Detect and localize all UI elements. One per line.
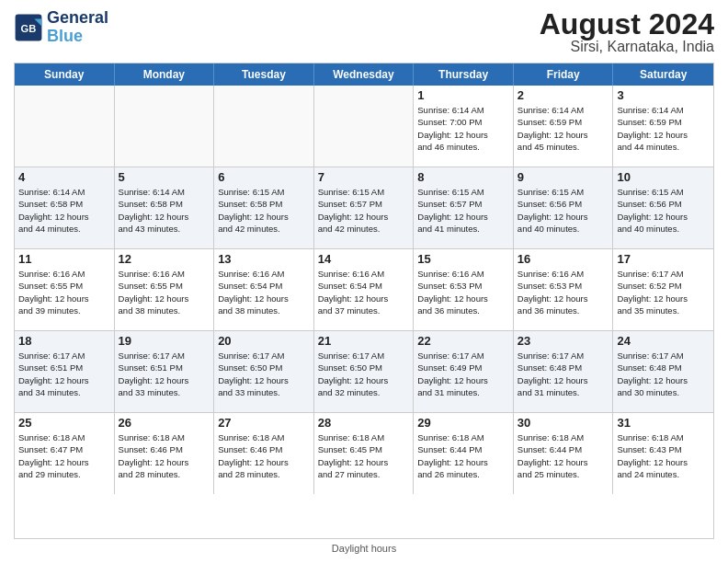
day-number: 9 (518, 170, 609, 184)
cell-info: Sunrise: 6:17 AM Sunset: 6:50 PM Dayligh… (318, 350, 410, 398)
calendar-cell-empty-w0-d0 (15, 86, 115, 167)
calendar-week-4: 18Sunrise: 6:17 AM Sunset: 6:51 PM Dayli… (15, 331, 713, 413)
day-number: 27 (218, 416, 310, 430)
calendar-cell-18: 18Sunrise: 6:17 AM Sunset: 6:51 PM Dayli… (15, 331, 115, 412)
calendar-cell-13: 13Sunrise: 6:16 AM Sunset: 6:54 PM Dayli… (214, 249, 314, 330)
cell-info: Sunrise: 6:18 AM Sunset: 6:44 PM Dayligh… (417, 431, 509, 480)
calendar-cell-8: 8Sunrise: 6:15 AM Sunset: 6:57 PM Daylig… (414, 167, 514, 248)
calendar-cell-25: 25Sunrise: 6:18 AM Sunset: 6:47 PM Dayli… (15, 413, 115, 494)
cell-info: Sunrise: 6:17 AM Sunset: 6:51 PM Dayligh… (18, 350, 110, 398)
cell-info: Sunrise: 6:17 AM Sunset: 6:52 PM Dayligh… (617, 268, 710, 316)
cell-info: Sunrise: 6:15 AM Sunset: 6:57 PM Dayligh… (417, 186, 509, 235)
day-number: 4 (18, 170, 110, 184)
day-number: 14 (318, 252, 410, 266)
cell-info: Sunrise: 6:14 AM Sunset: 6:58 PM Dayligh… (18, 186, 110, 235)
day-number: 16 (518, 252, 609, 266)
day-number: 2 (518, 88, 609, 102)
day-number: 12 (119, 252, 210, 266)
day-number: 25 (18, 416, 110, 430)
calendar-cell-29: 29Sunrise: 6:18 AM Sunset: 6:44 PM Dayli… (414, 413, 514, 494)
calendar: SundayMondayTuesdayWednesdayThursdayFrid… (14, 63, 714, 539)
day-number: 17 (617, 252, 710, 266)
day-number: 8 (417, 170, 509, 184)
calendar-cell-3: 3Sunrise: 6:14 AM Sunset: 6:59 PM Daylig… (613, 86, 713, 167)
calendar-cell-12: 12Sunrise: 6:16 AM Sunset: 6:55 PM Dayli… (115, 249, 215, 330)
calendar-cell-17: 17Sunrise: 6:17 AM Sunset: 6:52 PM Dayli… (613, 249, 713, 330)
day-number: 31 (617, 416, 710, 430)
day-number: 26 (119, 416, 210, 430)
day-number: 24 (617, 334, 710, 348)
calendar-cell-14: 14Sunrise: 6:16 AM Sunset: 6:54 PM Dayli… (314, 249, 415, 330)
calendar-cell-5: 5Sunrise: 6:14 AM Sunset: 6:58 PM Daylig… (115, 167, 215, 248)
cell-info: Sunrise: 6:18 AM Sunset: 6:46 PM Dayligh… (119, 431, 210, 480)
cell-info: Sunrise: 6:14 AM Sunset: 7:00 PM Dayligh… (417, 104, 509, 153)
cell-info: Sunrise: 6:14 AM Sunset: 6:58 PM Dayligh… (119, 186, 210, 235)
day-header-tuesday: Tuesday (214, 63, 314, 86)
calendar-cell-23: 23Sunrise: 6:17 AM Sunset: 6:48 PM Dayli… (514, 331, 614, 412)
calendar-header: SundayMondayTuesdayWednesdayThursdayFrid… (15, 63, 713, 86)
page: GB General Blue August 2024 Sirsi, Karna… (0, 0, 728, 563)
day-number: 19 (119, 334, 210, 348)
day-number: 21 (318, 334, 410, 348)
day-number: 7 (318, 170, 410, 184)
calendar-cell-28: 28Sunrise: 6:18 AM Sunset: 6:45 PM Dayli… (314, 413, 415, 494)
calendar-cell-6: 6Sunrise: 6:15 AM Sunset: 6:58 PM Daylig… (214, 167, 314, 248)
calendar-week-1: 1Sunrise: 6:14 AM Sunset: 7:00 PM Daylig… (15, 86, 713, 167)
calendar-cell-15: 15Sunrise: 6:16 AM Sunset: 6:53 PM Dayli… (414, 249, 514, 330)
cell-info: Sunrise: 6:18 AM Sunset: 6:43 PM Dayligh… (617, 431, 710, 480)
day-number: 18 (18, 334, 110, 348)
calendar-subtitle: Sirsi, Karnataka, India (540, 39, 714, 55)
calendar-cell-empty-w0-d2 (214, 86, 314, 167)
calendar-cell-20: 20Sunrise: 6:17 AM Sunset: 6:50 PM Dayli… (214, 331, 314, 412)
svg-text:GB: GB (21, 23, 37, 34)
day-number: 6 (218, 170, 310, 184)
day-header-friday: Friday (514, 63, 614, 86)
cell-info: Sunrise: 6:17 AM Sunset: 6:51 PM Dayligh… (119, 350, 210, 398)
cell-info: Sunrise: 6:18 AM Sunset: 6:47 PM Dayligh… (18, 431, 110, 480)
day-number: 28 (318, 416, 410, 430)
day-number: 3 (617, 88, 710, 102)
cell-info: Sunrise: 6:16 AM Sunset: 6:55 PM Dayligh… (119, 268, 210, 316)
header: GB General Blue August 2024 Sirsi, Karna… (14, 9, 714, 55)
calendar-cell-1: 1Sunrise: 6:14 AM Sunset: 7:00 PM Daylig… (414, 86, 514, 167)
cell-info: Sunrise: 6:17 AM Sunset: 6:48 PM Dayligh… (617, 350, 710, 398)
cell-info: Sunrise: 6:17 AM Sunset: 6:50 PM Dayligh… (218, 350, 310, 398)
cell-info: Sunrise: 6:16 AM Sunset: 6:53 PM Dayligh… (417, 268, 509, 316)
calendar-cell-4: 4Sunrise: 6:14 AM Sunset: 6:58 PM Daylig… (15, 167, 115, 248)
day-number: 10 (617, 170, 710, 184)
calendar-body: 1Sunrise: 6:14 AM Sunset: 7:00 PM Daylig… (15, 86, 713, 494)
day-number: 30 (518, 416, 609, 430)
logo-line2: Blue (47, 28, 108, 46)
calendar-cell-7: 7Sunrise: 6:15 AM Sunset: 6:57 PM Daylig… (314, 167, 415, 248)
footer-note: Daylight hours (14, 543, 714, 554)
calendar-cell-26: 26Sunrise: 6:18 AM Sunset: 6:46 PM Dayli… (115, 413, 215, 494)
cell-info: Sunrise: 6:17 AM Sunset: 6:48 PM Dayligh… (518, 350, 609, 398)
calendar-cell-31: 31Sunrise: 6:18 AM Sunset: 6:43 PM Dayli… (613, 413, 713, 494)
calendar-cell-24: 24Sunrise: 6:17 AM Sunset: 6:48 PM Dayli… (613, 331, 713, 412)
cell-info: Sunrise: 6:16 AM Sunset: 6:54 PM Dayligh… (318, 268, 410, 316)
day-header-wednesday: Wednesday (314, 63, 415, 86)
calendar-title: August 2024 (540, 9, 714, 39)
logo-icon: GB (14, 13, 43, 42)
calendar-cell-21: 21Sunrise: 6:17 AM Sunset: 6:50 PM Dayli… (314, 331, 415, 412)
calendar-cell-16: 16Sunrise: 6:16 AM Sunset: 6:53 PM Dayli… (514, 249, 614, 330)
calendar-cell-30: 30Sunrise: 6:18 AM Sunset: 6:44 PM Dayli… (514, 413, 614, 494)
day-number: 1 (417, 88, 509, 102)
day-number: 13 (218, 252, 310, 266)
cell-info: Sunrise: 6:14 AM Sunset: 6:59 PM Dayligh… (518, 104, 609, 153)
logo-text: General Blue (47, 9, 108, 46)
day-number: 15 (417, 252, 509, 266)
day-header-thursday: Thursday (414, 63, 514, 86)
cell-info: Sunrise: 6:15 AM Sunset: 6:56 PM Dayligh… (518, 186, 609, 235)
calendar-cell-9: 9Sunrise: 6:15 AM Sunset: 6:56 PM Daylig… (514, 167, 614, 248)
cell-info: Sunrise: 6:15 AM Sunset: 6:58 PM Dayligh… (218, 186, 310, 235)
calendar-cell-empty-w0-d3 (314, 86, 415, 167)
calendar-cell-19: 19Sunrise: 6:17 AM Sunset: 6:51 PM Dayli… (115, 331, 215, 412)
cell-info: Sunrise: 6:14 AM Sunset: 6:59 PM Dayligh… (617, 104, 710, 153)
cell-info: Sunrise: 6:15 AM Sunset: 6:56 PM Dayligh… (617, 186, 710, 235)
calendar-cell-10: 10Sunrise: 6:15 AM Sunset: 6:56 PM Dayli… (613, 167, 713, 248)
cell-info: Sunrise: 6:18 AM Sunset: 6:45 PM Dayligh… (318, 431, 410, 480)
calendar-cell-11: 11Sunrise: 6:16 AM Sunset: 6:55 PM Dayli… (15, 249, 115, 330)
calendar-cell-27: 27Sunrise: 6:18 AM Sunset: 6:46 PM Dayli… (214, 413, 314, 494)
cell-info: Sunrise: 6:16 AM Sunset: 6:55 PM Dayligh… (18, 268, 110, 316)
